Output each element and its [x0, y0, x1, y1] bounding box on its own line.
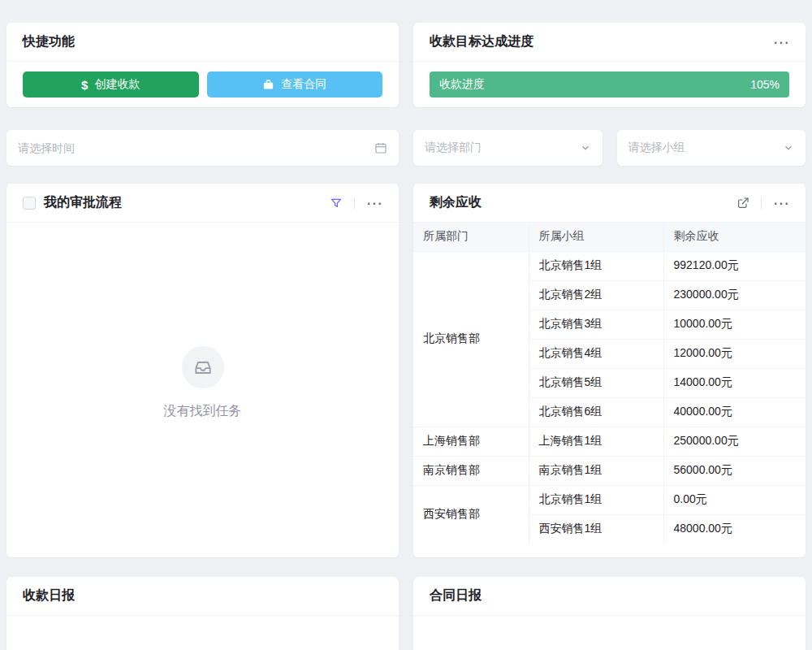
divider — [761, 197, 762, 209]
collection-progress-title: 收款目标达成进度 — [430, 33, 533, 50]
amount-cell: 992120.00元 — [663, 251, 806, 280]
payment-daily-title: 收款日报 — [23, 587, 75, 604]
table-row: 北京销售部 北京销售1组 992120.00元 — [413, 251, 806, 280]
group-cell: 西安销售1组 — [529, 514, 663, 544]
amount-cell: 48000.00元 — [663, 514, 806, 544]
department-cell: 南京销售部 — [413, 456, 529, 485]
quick-actions-title: 快捷功能 — [23, 33, 75, 50]
filter-icon[interactable] — [330, 197, 343, 210]
external-link-icon[interactable] — [736, 197, 749, 210]
more-icon[interactable]: ⋯ — [773, 195, 789, 211]
table-row: 南京销售部 南京销售1组 56000.00元 — [413, 456, 806, 485]
payment-daily-card: 收款日报 — [6, 577, 399, 650]
amount-cell: 14000.00元 — [663, 368, 806, 397]
amount-cell: 56000.00元 — [663, 456, 806, 485]
group-select-placeholder: 请选择小组 — [628, 141, 777, 155]
department-cell: 上海销售部 — [413, 427, 529, 456]
receivables-title: 剩余应收 — [430, 194, 482, 211]
dollar-icon: $ — [81, 78, 88, 92]
amount-cell: 250000.00元 — [663, 427, 806, 456]
amount-cell: 10000.00元 — [663, 310, 806, 339]
progress-bar-label: 收款进度 — [439, 77, 485, 92]
collection-progress-body: 收款进度 105% — [413, 62, 806, 107]
group-cell: 北京销售2组 — [529, 280, 663, 310]
group-cell: 上海销售1组 — [529, 427, 663, 456]
col-group: 所属小组 — [529, 223, 663, 251]
payment-daily-header: 收款日报 — [6, 577, 399, 616]
approval-flow-title: 我的审批流程 — [44, 194, 122, 211]
department-cell: 北京销售部 — [413, 251, 529, 427]
group-cell: 北京销售4组 — [529, 339, 663, 368]
col-amount: 剩余应收 — [663, 223, 806, 251]
view-contract-button[interactable]: 查看合同 — [207, 72, 383, 98]
amount-cell: 0.00元 — [663, 485, 806, 514]
department-cell: 西安销售部 — [413, 485, 529, 544]
more-icon[interactable]: ⋯ — [773, 34, 789, 50]
briefcase-icon — [262, 79, 274, 91]
empty-state-text: 没有找到任务 — [164, 403, 242, 420]
time-picker[interactable] — [6, 130, 399, 166]
create-payment-label: 创建收款 — [94, 77, 140, 92]
col-department: 所属部门 — [413, 223, 529, 251]
amount-cell: 12000.00元 — [663, 339, 806, 368]
calendar-icon[interactable] — [374, 141, 387, 154]
table-row: 西安销售部 北京销售1组 0.00元 — [413, 485, 806, 514]
collection-progress-card: 收款目标达成进度 ⋯ 收款进度 105% — [413, 23, 806, 107]
empty-state-circle — [182, 346, 224, 388]
contract-daily-title: 合同日报 — [430, 587, 482, 604]
select-all-checkbox[interactable] — [23, 197, 36, 210]
time-picker-input[interactable] — [18, 141, 368, 154]
more-icon[interactable]: ⋯ — [366, 195, 382, 211]
dashboard-page: 快捷功能 $ 创建收款 查看合同 — [0, 0, 812, 650]
table-header-row: 所属部门 所属小组 剩余应收 — [413, 223, 806, 251]
collection-progress-header: 收款目标达成进度 ⋯ — [413, 23, 806, 62]
amount-cell: 230000.00元 — [663, 280, 806, 310]
right-filters: 请选择部门 请选择小组 — [413, 130, 806, 166]
collection-progress-bar: 收款进度 105% — [430, 72, 789, 98]
receivables-header: 剩余应收 ⋯ — [413, 184, 806, 223]
amount-cell: 40000.00元 — [663, 397, 806, 427]
department-select[interactable]: 请选择部门 — [413, 130, 603, 166]
quick-actions-body: $ 创建收款 查看合同 — [6, 62, 399, 107]
table-row: 上海销售部 上海销售1组 250000.00元 — [413, 427, 806, 456]
create-payment-button[interactable]: $ 创建收款 — [23, 72, 199, 98]
receivables-card: 剩余应收 ⋯ 所属部门 所属小组 — [413, 184, 806, 557]
group-cell: 北京销售1组 — [529, 485, 663, 514]
divider — [354, 197, 355, 209]
group-cell: 北京销售1组 — [529, 251, 663, 280]
department-select-placeholder: 请选择部门 — [425, 141, 573, 155]
contract-daily-card: 合同日报 — [413, 577, 806, 650]
empty-state: 没有找到任务 — [6, 216, 399, 550]
group-cell: 北京销售6组 — [529, 397, 663, 427]
chevron-down-icon — [580, 142, 591, 154]
group-cell: 南京销售1组 — [529, 456, 663, 485]
chevron-down-icon — [783, 142, 794, 154]
progress-bar-value: 105% — [750, 78, 780, 91]
receivables-table: 所属部门 所属小组 剩余应收 北京销售部 北京销售1组 992120.00元 北… — [413, 223, 806, 544]
approval-flow-card: 我的审批流程 ⋯ — [6, 184, 399, 557]
quick-actions-card: 快捷功能 $ 创建收款 查看合同 — [6, 23, 399, 107]
contract-daily-header: 合同日报 — [413, 577, 806, 616]
group-cell: 北京销售3组 — [529, 310, 663, 339]
view-contract-label: 查看合同 — [281, 77, 326, 92]
quick-actions-header: 快捷功能 — [6, 23, 399, 62]
group-cell: 北京销售5组 — [529, 368, 663, 397]
group-select[interactable]: 请选择小组 — [617, 130, 806, 166]
inbox-icon — [192, 357, 214, 378]
